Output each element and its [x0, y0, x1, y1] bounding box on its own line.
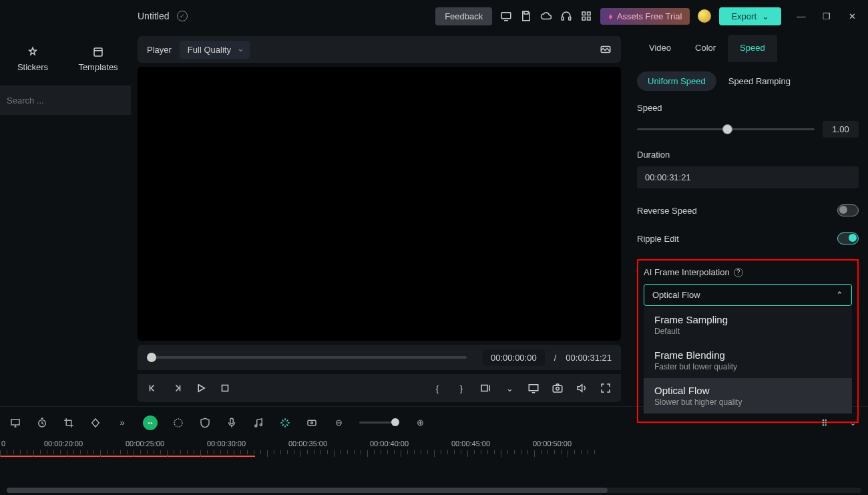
zoom-slider[interactable] [359, 422, 399, 424]
snapshot-small-icon[interactable] [600, 43, 612, 55]
tl-timer-icon[interactable] [36, 417, 48, 429]
progress-bar-row: 00:00:00:00 / 00:00:31:21 [138, 345, 621, 370]
templates-tab[interactable]: Templates [65, 32, 131, 86]
svg-rect-24 [825, 419, 827, 420]
tl-crop-icon[interactable] [63, 417, 75, 429]
tl-ai-icon[interactable] [279, 417, 291, 429]
tl-settings-icon[interactable]: ⌄ [847, 417, 859, 429]
search-row: ⋯ [0, 86, 131, 115]
svg-rect-0 [502, 13, 511, 19]
svg-rect-10 [222, 385, 228, 391]
tab-speed[interactable]: Speed [728, 35, 777, 62]
timeline-tracks[interactable] [0, 458, 868, 485]
mark-out-icon[interactable]: } [455, 382, 467, 394]
svg-rect-13 [553, 385, 562, 392]
svg-point-22 [311, 422, 313, 424]
mark-in-icon[interactable]: { [431, 382, 443, 394]
prev-frame-icon[interactable] [147, 382, 159, 394]
snapshot-icon[interactable] [552, 382, 564, 394]
player-controls: { } ⌄ [138, 374, 621, 402]
ratio-icon[interactable] [479, 382, 491, 394]
interpolation-options: Frame Sampling Default Frame Blending Fa… [644, 307, 852, 414]
duration-input[interactable]: 00:00:31:21 [637, 166, 859, 188]
option-frame-sampling[interactable]: Frame Sampling Default [644, 307, 852, 343]
tl-music-icon[interactable] [252, 417, 264, 429]
svg-rect-18 [230, 418, 234, 424]
maximize-button[interactable]: ❐ [821, 11, 832, 21]
tl-layout-icon[interactable] [820, 417, 832, 429]
svg-rect-12 [529, 385, 538, 391]
speed-slider[interactable] [637, 128, 815, 130]
tl-record-icon[interactable] [306, 417, 318, 429]
tab-video[interactable]: Video [637, 35, 683, 62]
tl-expand-icon[interactable]: » [116, 417, 128, 429]
tab-color[interactable]: Color [683, 35, 728, 62]
template-icon [92, 46, 104, 58]
volume-icon[interactable] [576, 382, 588, 394]
screen-icon[interactable] [500, 10, 512, 22]
inspector-panel: Video Color Speed Uniform Speed Speed Ra… [628, 32, 868, 406]
main-area: Stickers Templates ⋯ Player Full Quality… [0, 32, 868, 406]
reverse-speed-toggle[interactable] [837, 204, 859, 216]
svg-rect-23 [823, 419, 824, 420]
option-optical-flow[interactable]: Optical Flow Slower but higher quality [644, 378, 852, 414]
ripple-edit-toggle[interactable] [837, 232, 859, 244]
play-icon[interactable] [195, 382, 207, 394]
svg-rect-1 [524, 11, 528, 14]
interpolation-dropdown[interactable]: Optical Flow ⌃ [644, 284, 852, 306]
zoom-in-icon[interactable]: ⊕ [414, 417, 426, 429]
timeline-scrollbar[interactable] [7, 488, 861, 493]
tl-circle-dots-icon[interactable] [172, 417, 184, 429]
apps-icon[interactable] [580, 10, 592, 22]
progress-slider[interactable] [147, 356, 467, 359]
stickers-tab[interactable]: Stickers [0, 32, 65, 86]
svg-rect-25 [823, 422, 824, 423]
speed-value[interactable]: 1.00 [823, 121, 859, 138]
saved-status-icon: ✓ [177, 11, 188, 21]
quality-dropdown[interactable]: Full Quality [180, 41, 250, 59]
gem-icon: ♦ [608, 11, 613, 21]
video-preview[interactable] [138, 67, 621, 341]
tl-shield-icon[interactable] [199, 417, 211, 429]
svg-rect-3 [569, 17, 571, 21]
tl-monitor-icon[interactable] [9, 417, 21, 429]
tl-keyframe-icon[interactable] [89, 417, 101, 429]
tl-robot-icon[interactable]: •• [143, 416, 158, 430]
cloud-icon[interactable] [540, 10, 552, 22]
save-icon[interactable] [520, 10, 532, 22]
headset-icon[interactable] [560, 10, 572, 22]
svg-rect-26 [825, 422, 827, 423]
help-icon[interactable]: ? [734, 268, 743, 277]
minimize-button[interactable]: — [796, 11, 807, 21]
tl-mic-icon[interactable] [226, 417, 238, 429]
timeline-ruler[interactable]: 0 00:00:20:00 00:00:25:00 00:00:30:00 00… [0, 438, 868, 458]
preview-panel: Player Full Quality 00:00:00:00 / 00:00:… [131, 32, 628, 406]
close-button[interactable]: ✕ [847, 11, 857, 21]
library-panel: Stickers Templates ⋯ [0, 32, 131, 406]
feedback-button[interactable]: Feedback [435, 7, 492, 25]
zoom-out-icon[interactable]: ⊖ [333, 417, 345, 429]
svg-rect-5 [588, 12, 591, 15]
next-frame-icon[interactable] [171, 382, 183, 394]
avatar-icon[interactable] [698, 9, 711, 23]
display-icon[interactable] [527, 382, 539, 394]
uniform-speed-tab[interactable]: Uniform Speed [637, 71, 716, 91]
svg-rect-8 [94, 48, 102, 56]
svg-rect-11 [481, 385, 487, 391]
svg-rect-6 [582, 17, 586, 21]
svg-rect-21 [308, 420, 316, 426]
duration-label: Duration [637, 150, 859, 160]
assets-trial-button[interactable]: ♦Assets Free Trial [600, 8, 690, 25]
total-time: 00:00:31:21 [566, 353, 612, 363]
export-button[interactable]: Export⌄ [719, 7, 781, 25]
stop-icon[interactable] [219, 382, 231, 394]
svg-rect-7 [588, 17, 591, 21]
chevron-down-small-icon[interactable]: ⌄ [503, 382, 515, 394]
ai-interpolation-label: AI Frame Interpolation [644, 267, 730, 277]
fullscreen-icon[interactable] [600, 382, 612, 394]
current-time: 00:00:00:00 [483, 349, 545, 366]
svg-point-14 [556, 387, 560, 391]
search-input[interactable] [7, 96, 119, 106]
option-frame-blending[interactable]: Frame Blending Faster but lower quality [644, 343, 852, 378]
speed-ramping-tab[interactable]: Speed Ramping [728, 76, 791, 86]
